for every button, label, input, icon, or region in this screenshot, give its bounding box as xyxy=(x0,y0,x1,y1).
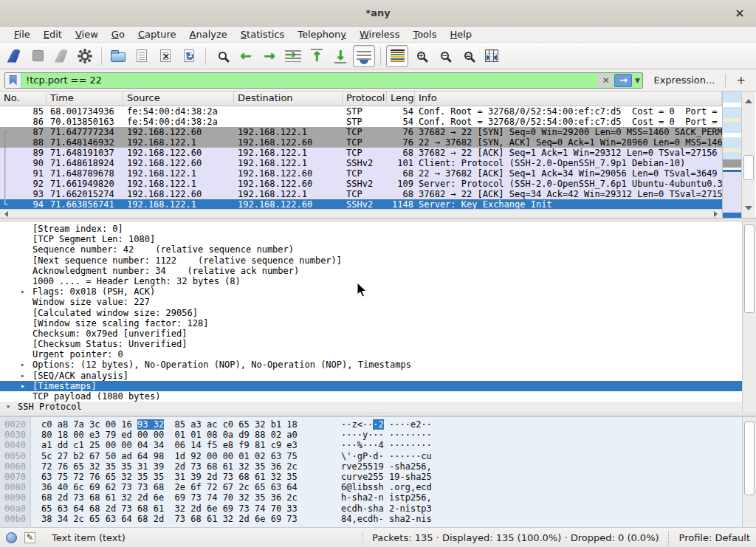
menu-analyze[interactable]: Analyze xyxy=(183,27,234,41)
packet-row[interactable]: 87┌71.647777234192.168.122.60192.168.122… xyxy=(0,127,722,137)
packet-row[interactable]: 8670.013850163fe:54:00:d4:38:2aSTP54Conf… xyxy=(0,117,722,127)
hex-bytes[interactable]: 80 18 00 e3 79 ed 00 00 01 01 08 0a d9 8… xyxy=(41,430,298,440)
hex-bytes[interactable]: 5c 27 b2 67 50 ad 64 98 1d 92 00 00 01 0… xyxy=(41,451,298,461)
hex-bytes[interactable]: 72 76 65 32 35 35 31 39 2d 73 68 61 32 3… xyxy=(41,461,298,472)
column-header-info[interactable]: Info xyxy=(415,92,722,106)
detail-line[interactable]: Sequence number: 42 (relative sequence n… xyxy=(0,244,742,255)
expression-button[interactable]: Expression... xyxy=(647,75,721,86)
hex-ascii[interactable]: rve25519 -sha256, xyxy=(341,461,432,472)
reload-file-button[interactable]: ↻ xyxy=(178,45,200,67)
go-back-button[interactable]: ← xyxy=(235,45,257,67)
hex-row[interactable]: 0040a1 dd c1 25 00 00 04 34 06 14 f5 e8 … xyxy=(0,440,742,450)
collapse-arrow-icon[interactable]: ▾ xyxy=(6,402,10,412)
expand-arrow-icon[interactable]: ▸ xyxy=(21,359,25,370)
hex-ascii[interactable]: ···%···4 ········ xyxy=(341,440,432,450)
close-window-button[interactable]: × xyxy=(732,6,747,21)
menu-capture[interactable]: Capture xyxy=(131,27,183,41)
packet-list-header[interactable]: No.TimeSourceDestinationProtocolLengthIn… xyxy=(0,92,722,106)
packet-row[interactable]: 94└71.663856741192.168.122.1192.168.122.… xyxy=(0,199,722,209)
go-to-packet-button[interactable]: → xyxy=(282,45,304,67)
detail-line[interactable]: ▸Options: (12 bytes), No-Operation (NOP)… xyxy=(0,359,742,370)
detail-line[interactable]: [Checksum Status: Unverified] xyxy=(0,339,742,349)
packet-row[interactable]: 91│71.648789678192.168.122.1192.168.122.… xyxy=(0,168,722,179)
packet-row[interactable]: 89│71.648191037192.168.122.60192.168.122… xyxy=(0,148,722,158)
scroll-up-icon[interactable] xyxy=(745,95,752,103)
detail-line[interactable]: ▸Flags: 0x018 (PSH, ACK) xyxy=(0,286,742,297)
column-header-time[interactable]: Time xyxy=(47,92,123,106)
close-file-button[interactable]: ✕ xyxy=(154,45,176,67)
hex-vscrollbar[interactable] xyxy=(742,417,756,527)
scroll-right-icon[interactable] xyxy=(714,211,721,217)
scroll-thumb[interactable] xyxy=(743,155,754,180)
menu-file[interactable]: File xyxy=(7,27,37,41)
resize-columns-button[interactable] xyxy=(481,45,503,67)
expert-info-icon[interactable] xyxy=(6,532,17,543)
menu-statistics[interactable]: Statistics xyxy=(234,27,291,41)
packet-row[interactable]: 92│71.661949820192.168.122.1192.168.122.… xyxy=(0,179,722,189)
go-first-packet-button[interactable]: ↑ xyxy=(306,45,328,67)
profile-button[interactable]: Profile: Default xyxy=(668,531,750,545)
scroll-left-icon[interactable] xyxy=(1,211,8,217)
packet-row[interactable]: 93│71.662015274192.168.122.60192.168.122… xyxy=(0,189,722,199)
detail-line[interactable]: ▸[Timestamps] xyxy=(0,381,742,391)
colorize-button[interactable] xyxy=(386,45,408,67)
menu-wireless[interactable]: Wireless xyxy=(353,27,406,41)
add-filter-button[interactable]: + xyxy=(730,74,752,87)
filter-apply-button[interactable]: → xyxy=(614,74,632,87)
detail-line[interactable]: ▸[SEQ/ACK analysis] xyxy=(0,371,742,381)
hex-row[interactable]: 003080 18 00 e3 79 ed 00 00 01 01 08 0a … xyxy=(0,430,742,440)
scroll-track[interactable] xyxy=(743,221,756,412)
restart-capture-button[interactable] xyxy=(50,45,72,67)
detail-line[interactable]: Acknowledgment number: 34 (relative ack … xyxy=(0,266,742,276)
filter-clear-button[interactable]: ✕ xyxy=(598,74,613,87)
column-header-destination[interactable]: Destination xyxy=(234,92,343,106)
hex-ascii[interactable]: curve255 19-sha25 xyxy=(341,472,432,482)
hex-ascii[interactable]: 84,ecdh- sha2-nis xyxy=(341,514,432,524)
packet-list-hscrollbar[interactable] xyxy=(0,209,722,218)
menu-tools[interactable]: Tools xyxy=(406,27,443,41)
packet-row[interactable]: 88│71.648146932192.168.122.1192.168.122.… xyxy=(0,137,722,148)
stop-capture-button[interactable] xyxy=(27,45,49,67)
detail-line[interactable]: [TCP Segment Len: 1080] xyxy=(0,234,742,244)
packet-list-vscrollbar[interactable] xyxy=(741,92,755,218)
hex-ascii[interactable]: ··z<···2 ····e2·· xyxy=(341,419,432,430)
hex-bytes[interactable]: 38 34 2c 65 63 64 68 2d 73 68 61 32 2d 6… xyxy=(41,514,298,524)
capture-options-button[interactable] xyxy=(74,45,96,67)
detail-line[interactable]: TCP payload (1080 bytes) xyxy=(0,391,742,402)
detail-line[interactable]: [Calculated window size: 29056] xyxy=(0,308,742,318)
start-capture-button[interactable] xyxy=(3,45,25,67)
expand-arrow-icon[interactable]: ▸ xyxy=(21,371,25,381)
menu-view[interactable]: View xyxy=(69,27,105,41)
filter-dropdown-caret[interactable]: ▼ xyxy=(632,74,642,87)
find-packet-button[interactable] xyxy=(211,45,233,67)
hex-ascii[interactable]: h-sha2-n istp256, xyxy=(341,492,432,503)
detail-line[interactable]: Checksum: 0x79ed [unverified] xyxy=(0,328,742,339)
scroll-track[interactable] xyxy=(743,417,756,527)
capture-comment-icon[interactable]: ✎ xyxy=(24,532,35,543)
hex-row[interactable]: 006072 76 65 32 35 35 31 39 2d 73 68 61 … xyxy=(0,461,742,472)
scroll-thumb[interactable] xyxy=(744,422,755,495)
zoom-in-button[interactable]: + xyxy=(410,45,432,67)
hex-ascii[interactable]: ecdh-sha 2-nistp3 xyxy=(341,503,432,514)
scroll-down-icon[interactable] xyxy=(745,206,752,214)
detail-line[interactable]: [Next sequence number: 1122 (relative se… xyxy=(0,255,742,266)
column-header-protocol[interactable]: Protocol xyxy=(343,92,387,106)
detail-line[interactable]: [Window size scaling factor: 128] xyxy=(0,318,742,328)
hex-bytes[interactable]: a1 dd c1 25 00 00 04 34 06 14 f5 e8 f9 8… xyxy=(41,440,298,450)
details-vscrollbar[interactable] xyxy=(742,221,756,412)
column-header-length[interactable]: Length xyxy=(387,92,415,106)
menu-telephony[interactable]: Telephony xyxy=(291,27,353,41)
hex-ascii[interactable]: 6@libssh .org,ecd xyxy=(341,482,432,492)
go-forward-button[interactable]: → xyxy=(258,45,281,67)
hex-row[interactable]: 007063 75 72 76 65 32 35 35 31 39 2d 73 … xyxy=(0,472,742,482)
scroll-track[interactable] xyxy=(742,103,755,206)
hex-row[interactable]: 009068 2d 73 68 61 32 2d 6e 69 73 74 70 … xyxy=(0,492,742,503)
hex-row[interactable]: 008036 40 6c 69 62 73 73 68 2e 6f 72 67 … xyxy=(0,482,742,492)
detail-line[interactable]: Urgent pointer: 0 xyxy=(0,349,742,359)
save-file-button[interactable] xyxy=(131,45,153,67)
menu-help[interactable]: Help xyxy=(443,27,478,41)
hex-ascii[interactable]: \'·gP·d· ······cu xyxy=(341,451,432,461)
packet-row[interactable]: 8568.001734936fe:54:00:d4:38:2aSTP54Conf… xyxy=(0,106,722,117)
hex-row[interactable]: 0020c0 a8 7a 3c 00 16 93 32 85 a3 ac c0 … xyxy=(0,419,742,430)
hex-row[interactable]: 00b038 34 2c 65 63 64 68 2d 73 68 61 32 … xyxy=(0,514,742,524)
